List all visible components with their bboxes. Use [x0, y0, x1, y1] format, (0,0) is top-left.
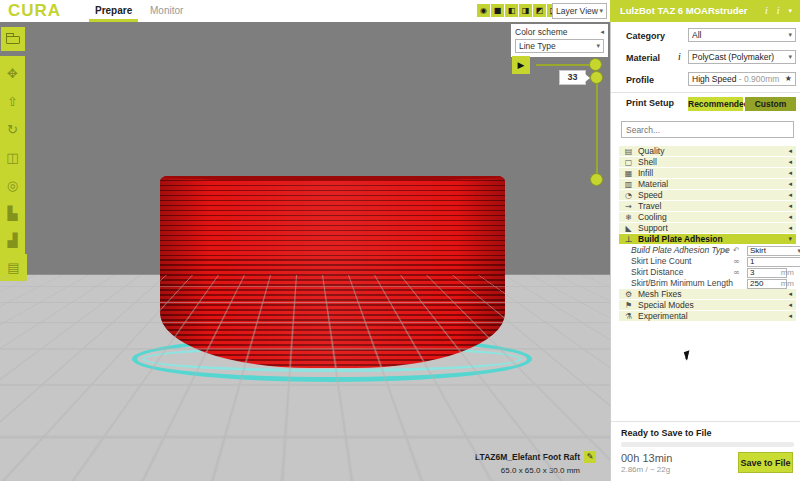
chevron-down-icon: ▾ — [596, 40, 600, 52]
object-list-button[interactable]: ▤ — [0, 254, 27, 281]
settings-group-build-plate-adhesion[interactable]: ⊥Build Plate Adhesion▾ — [619, 234, 796, 245]
settings-panel: Category All ▾ Material i PolyCast (Poly… — [610, 22, 800, 481]
category-value: All — [692, 29, 701, 41]
settings-group-material[interactable]: ▥Material◂ — [619, 179, 796, 190]
profile-select[interactable]: High Speed - 0.900mm ★ — [688, 72, 796, 86]
setting-row-skirt-line-count: Skirt Line Count ∞ — [619, 256, 796, 267]
open-file-button[interactable] — [1, 27, 25, 51]
scale-tool[interactable]: ⇧ — [3, 92, 22, 111]
model-shading — [160, 176, 505, 368]
material-usage: 2.86m / ~ 22g — [621, 465, 670, 474]
link-icon[interactable]: ∞ — [733, 267, 740, 278]
settings-group-infill[interactable]: ▦Infill◂ — [619, 168, 796, 179]
setting-row-skirt-brim-min-length: Skirt/Brim Minimum Length mm — [619, 278, 796, 289]
skirt-line-count-input[interactable] — [747, 257, 800, 267]
settings-group-mesh-fixes[interactable]: ⚙Mesh Fixes◂ — [619, 289, 796, 300]
printed-model-preview[interactable] — [160, 176, 505, 368]
cooling-icon: ❄ — [623, 212, 634, 223]
recommended-button[interactable]: Recommended — [688, 97, 743, 111]
view-right-button[interactable]: ◩ — [533, 4, 546, 17]
setting-label: Build Plate Adhesion Type — [631, 245, 730, 256]
rotate-tool[interactable]: ↻ — [3, 120, 22, 139]
per-model-settings-tool[interactable]: ◎ — [3, 176, 22, 195]
path-slider-handle[interactable] — [589, 58, 602, 71]
settings-group-support[interactable]: ◣Support◂ — [619, 223, 796, 234]
speed-icon: ◔ — [623, 190, 634, 201]
print-setup-label: Print Setup — [626, 98, 674, 108]
play-button[interactable]: ▶ — [512, 56, 530, 74]
layer-slider-top-handle[interactable] — [590, 71, 603, 84]
collapse-icon: ◂ — [788, 300, 792, 311]
settings-group-speed[interactable]: ◔Speed◂ — [619, 190, 796, 201]
collapse-icon: ◂ — [788, 179, 792, 190]
collapse-icon: ◂ — [788, 168, 792, 179]
settings-group-shell[interactable]: ▢Shell◂ — [619, 157, 796, 168]
chevron-down-icon[interactable]: ▾ — [788, 0, 792, 22]
link-icon[interactable]: ∞ — [733, 256, 740, 267]
tab-prepare[interactable]: Prepare — [95, 0, 132, 22]
link-icon[interactable]: ∞ — [722, 245, 729, 256]
top-bar: CURA Prepare Monitor ◉ ■ ◧ ◨ ◩ ◪ Layer V… — [0, 0, 610, 22]
support-icon: ◣ — [623, 223, 634, 234]
special-modes-icon: ⚑ — [623, 300, 634, 311]
profile-extra: - 0.900mm — [739, 74, 780, 84]
view-left-button[interactable]: ◨ — [519, 4, 532, 17]
machine-info-icon[interactable]: i — [765, 0, 768, 22]
layer-slider-bottom-handle[interactable] — [590, 173, 603, 186]
collapse-icon: ◂ — [788, 157, 792, 168]
save-to-file-button[interactable]: Save to File — [738, 452, 793, 473]
view-mode-value: Layer View — [556, 4, 598, 18]
collapse-icon: ◂ — [788, 201, 792, 212]
star-icon[interactable]: ★ — [785, 73, 792, 85]
folder-icon — [6, 36, 20, 44]
edit-job-name-icon[interactable]: ✎ — [584, 451, 596, 463]
custom-button[interactable]: Custom — [745, 97, 796, 111]
view-mode-select[interactable]: Layer View ▾ — [552, 3, 607, 19]
chevron-down-icon: ▾ — [788, 51, 792, 63]
tab-monitor[interactable]: Monitor — [150, 0, 183, 22]
category-select[interactable]: All ▾ — [688, 28, 796, 42]
travel-icon: ⇝ — [623, 201, 634, 212]
material-info-icon[interactable]: i — [678, 51, 681, 62]
expand-icon: ▾ — [788, 234, 792, 245]
view-front-button[interactable]: ■ — [491, 4, 504, 17]
adhesion-type-select[interactable]: Skirt▾ — [747, 246, 800, 256]
job-info: LTAZ6M_Elefant Foot Raft ✎ 65.0 x 65.0 x… — [475, 451, 596, 475]
mesh-type-tool[interactable]: ▟ — [3, 231, 22, 250]
machine-help-icon[interactable]: i — [777, 0, 780, 22]
collapse-icon: ◂ — [788, 190, 792, 201]
settings-group-travel[interactable]: ⇝Travel◂ — [619, 201, 796, 212]
material-select[interactable]: PolyCast (Polymaker) ▾ — [688, 50, 796, 64]
divider — [611, 92, 800, 93]
move-tool[interactable]: ✥ — [3, 64, 22, 83]
material-icon: ▥ — [623, 179, 634, 190]
3d-viewport[interactable]: ✥ ⇧ ↻ ◫ ◎ ▙ ▟ ▤ Color scheme ◂ Line Type… — [0, 22, 610, 481]
shell-icon: ▢ — [623, 157, 634, 168]
setting-label: Skirt Line Count — [631, 256, 691, 267]
experimental-icon: ⚗ — [623, 311, 634, 322]
collapse-icon: ◂ — [788, 146, 792, 157]
divider — [611, 421, 800, 422]
collapse-icon[interactable]: ◂ — [600, 26, 604, 38]
settings-group-cooling[interactable]: ❄Cooling◂ — [619, 212, 796, 223]
mesh-fixes-icon: ⚙ — [623, 289, 634, 300]
setting-row-adhesion-type: Build Plate Adhesion Type ∞ ↶ Skirt▾ — [619, 245, 796, 256]
settings-group-special-modes[interactable]: ⚑Special Modes◂ — [619, 300, 796, 311]
search-input[interactable] — [621, 121, 794, 138]
revert-icon[interactable]: ↶ — [733, 245, 740, 256]
view-3d-button[interactable]: ◉ — [477, 4, 490, 17]
support-blocker-tool[interactable]: ▙ — [3, 204, 22, 223]
color-scheme-select[interactable]: Line Type ▾ — [515, 39, 604, 53]
settings-list: ▤Quality◂ ▢Shell◂ ▦Infill◂ ▥Material◂ ◔S… — [619, 146, 796, 322]
view-top-button[interactable]: ◧ — [505, 4, 518, 17]
settings-group-experimental[interactable]: ⚗Experimental◂ — [619, 311, 796, 322]
mirror-tool[interactable]: ◫ — [3, 148, 22, 167]
machine-header[interactable]: LulzBot TAZ 6 MOARstruder i i ▾ — [610, 0, 800, 22]
unit-label: mm — [781, 278, 794, 289]
layer-slider-track[interactable] — [596, 77, 598, 180]
path-slider-track[interactable] — [536, 64, 593, 66]
material-value: PolyCast (Polymaker) — [692, 51, 774, 63]
job-dimensions: 65.0 x 65.0 x 30.0 mm — [475, 466, 596, 475]
settings-group-quality[interactable]: ▤Quality◂ — [619, 146, 796, 157]
setting-label: Skirt/Brim Minimum Length — [631, 278, 733, 289]
